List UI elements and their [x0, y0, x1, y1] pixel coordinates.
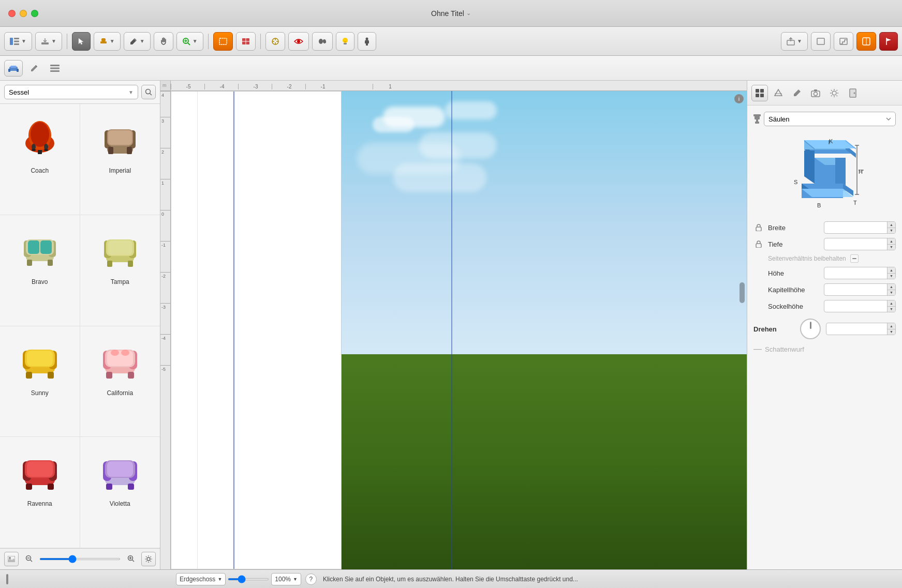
crosshair-button[interactable]: [265, 32, 285, 51]
rotate-input[interactable]: ▲ ▼: [826, 323, 896, 335]
sockel-step-down[interactable]: ▼: [888, 307, 895, 312]
list-item[interactable]: California: [80, 326, 160, 438]
svg-rect-159: [756, 244, 761, 248]
sockel-step-up[interactable]: ▲: [888, 300, 895, 307]
sockel-label: Sockelhöhe: [768, 303, 820, 310]
svg-line-126: [831, 95, 832, 96]
svg-rect-0: [10, 38, 13, 45]
list-item[interactable]: Tampa: [80, 215, 160, 326]
column-category-select[interactable]: Säulen: [764, 112, 896, 126]
zoom-button[interactable]: ▼: [176, 32, 203, 51]
breite-input[interactable]: ▲ ▼: [824, 221, 896, 234]
canvas-content[interactable]: i: [171, 91, 747, 569]
ruler-v-mark: -5: [160, 365, 170, 396]
svg-rect-146: [835, 158, 846, 184]
breite-step-down[interactable]: ▼: [888, 228, 895, 234]
zoom-out-button[interactable]: [23, 553, 35, 565]
kapitell-step-up[interactable]: ▲: [888, 284, 895, 290]
hoehe-step-down[interactable]: ▼: [888, 274, 895, 279]
item-label-bravo: Bravo: [32, 278, 48, 285]
rotate-step-up[interactable]: ▲: [888, 323, 895, 329]
scroll-handle[interactable]: [740, 282, 745, 303]
maximize-button[interactable]: [31, 10, 38, 17]
chair-preview-violetta: [94, 445, 146, 497]
tiefe-step-down[interactable]: ▼: [888, 245, 895, 250]
floor-button[interactable]: [811, 32, 831, 51]
rotate-step-down[interactable]: ▼: [888, 329, 895, 335]
list-item[interactable]: Sunny: [0, 326, 80, 438]
furniture-tab-button[interactable]: [4, 60, 23, 77]
person-button[interactable]: [358, 32, 376, 51]
search-bar: Sessel ▼: [0, 81, 160, 104]
floor-select[interactable]: Erdgeschoss ▼: [176, 573, 226, 585]
camera-tab-button[interactable]: [807, 85, 824, 101]
hand-button[interactable]: [154, 32, 173, 51]
share-button[interactable]: ▼: [781, 32, 808, 51]
zoom-slider[interactable]: [39, 558, 121, 560]
close-button[interactable]: [8, 10, 16, 17]
info-button[interactable]: i: [734, 94, 744, 103]
door-tab-button[interactable]: [845, 85, 861, 101]
kapitell-input[interactable]: ▲ ▼: [824, 283, 896, 296]
svg-rect-61: [40, 240, 52, 254]
properties-tab-button[interactable]: [751, 85, 768, 101]
status-bar: Erdgeschoss ▼ 100% ▼ ? Klicken Sie auf e…: [0, 569, 902, 588]
kapitell-row: Kapitellhöhe ▲ ▼: [753, 283, 896, 296]
rect-select-button[interactable]: [213, 32, 233, 51]
table-button[interactable]: [236, 32, 256, 51]
3d-viewport[interactable]: i: [342, 91, 747, 569]
list-item[interactable]: Bravo: [0, 215, 80, 326]
image-view-button[interactable]: [4, 552, 19, 566]
aspect-checkbox[interactable]: [850, 254, 859, 263]
edit-tab-button[interactable]: [25, 60, 43, 77]
svg-rect-37: [50, 67, 60, 69]
svg-rect-93: [48, 484, 54, 490]
build-tab-button[interactable]: [770, 85, 787, 101]
sun-tab-button[interactable]: [826, 85, 842, 101]
tiefe-step-up[interactable]: ▲: [888, 238, 895, 245]
svg-rect-117: [814, 89, 817, 91]
settings-button[interactable]: [141, 552, 156, 566]
zoom-percent[interactable]: 100% ▼: [271, 573, 301, 585]
list-item[interactable]: Imperial: [80, 104, 160, 215]
svg-rect-76: [26, 372, 32, 379]
stairs-button[interactable]: [834, 32, 853, 51]
hoehe-input[interactable]: ▲ ▼: [824, 267, 896, 279]
pencil-tab-button[interactable]: [789, 85, 805, 101]
list-item[interactable]: Violetta: [80, 437, 160, 548]
breite-step-up[interactable]: ▲: [888, 222, 895, 228]
list-item[interactable]: Coach: [0, 104, 80, 215]
2d-canvas[interactable]: [171, 91, 342, 569]
active-view-button[interactable]: [856, 32, 876, 51]
category-dropdown[interactable]: Sessel ▼: [4, 85, 138, 99]
list-tab-button[interactable]: [46, 60, 64, 77]
sockel-input[interactable]: ▲ ▼: [824, 300, 896, 312]
svg-rect-28: [840, 38, 847, 44]
lock-icon: [753, 224, 764, 231]
svg-point-20: [297, 40, 300, 43]
sidebar-toggle-button[interactable]: ▼: [4, 32, 32, 51]
drehen-section: Drehen ▲ ▼: [753, 319, 896, 339]
help-button[interactable]: ?: [305, 574, 317, 585]
svg-line-124: [837, 95, 837, 96]
footprint-button[interactable]: [312, 32, 333, 51]
pen-button[interactable]: ▼: [124, 32, 151, 51]
list-item[interactable]: Ravenna: [0, 437, 80, 548]
eye-button[interactable]: [288, 32, 309, 51]
zoom-in-button[interactable]: [125, 553, 137, 565]
minimize-button[interactable]: [20, 10, 27, 17]
search-button[interactable]: [141, 85, 156, 99]
tiefe-input[interactable]: ▲ ▼: [824, 238, 896, 250]
bulb-button[interactable]: [336, 32, 354, 51]
rotate-dial[interactable]: [800, 319, 821, 339]
flag-button[interactable]: [879, 32, 898, 51]
import-button[interactable]: ▼: [35, 32, 62, 51]
ruler-v-mark: 4: [160, 91, 170, 117]
cursor-button[interactable]: [72, 32, 91, 51]
kapitell-step-down[interactable]: ▼: [888, 290, 895, 296]
hoehe-step-up[interactable]: ▲: [888, 267, 895, 274]
zoom-pct-arrow-icon: ▼: [293, 577, 298, 582]
stamp-button[interactable]: ▼: [94, 32, 121, 51]
canvas-zoom-slider[interactable]: [228, 578, 269, 580]
svg-line-125: [837, 90, 837, 91]
